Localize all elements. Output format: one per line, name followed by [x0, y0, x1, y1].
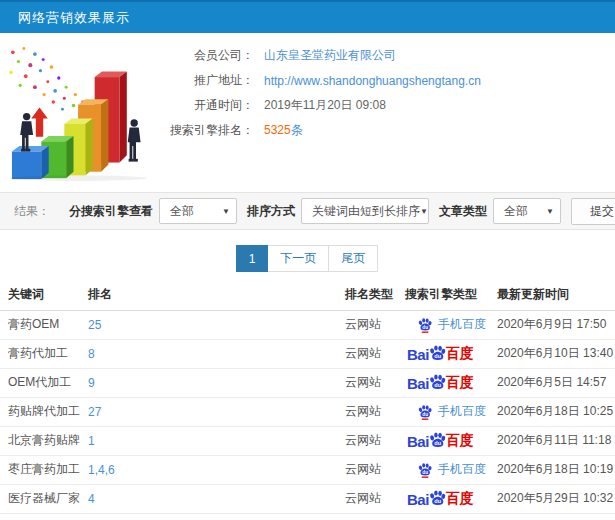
svg-text:du: du	[434, 498, 441, 504]
chevron-down-icon: ▼	[546, 207, 554, 216]
keyword-cell: 药贴牌代加工	[0, 397, 80, 426]
table-row: 膏药代加工8云网站Bai du 百度2020年6月10日 13:40	[0, 339, 615, 368]
marketing-chart-illustration	[0, 37, 170, 187]
keyword-cell: 膏药代加工	[0, 339, 80, 368]
svg-text:du: du	[422, 469, 428, 474]
rank-link[interactable]: 27	[88, 405, 101, 419]
rank-cell: 1	[80, 426, 337, 455]
baidu-paw-icon: du	[428, 344, 447, 363]
svg-text:du: du	[422, 411, 428, 416]
keyword-cell: OEM代加工	[0, 368, 80, 397]
rank-link[interactable]: 1,4,6	[88, 463, 115, 477]
rank-link[interactable]: 9	[88, 376, 95, 390]
info-row: 搜索引擎排名：5325条	[170, 118, 615, 143]
table-body: 膏药OEM25云网站 du 手机百度2020年6月9日 17:50膏药代加工8云…	[0, 310, 615, 520]
info-value: 2019年11月20日 09:08	[264, 97, 386, 114]
mobile-baidu-logo: du 手机百度	[417, 316, 486, 333]
rank-cell: 1,4,6	[80, 455, 337, 484]
engine-filter-label: 分搜索引擎查看	[69, 203, 153, 220]
engine-type-cell: Bai du 百度	[397, 339, 489, 368]
table-row: 医疗器械厂家4云网站Bai du 百度2020年5月29日 10:32	[0, 484, 615, 513]
column-header: 排名	[80, 284, 337, 310]
column-header: 最新更新时间	[489, 284, 615, 310]
mobile-baidu-logo: du 手机百度	[417, 461, 486, 478]
info-row: 开通时间：2019年11月20日 09:08	[170, 93, 615, 118]
confetti-dots	[9, 47, 88, 111]
rank-cell: 17	[80, 513, 337, 520]
rank-link[interactable]: 4	[88, 492, 95, 506]
submit-button[interactable]: 提交	[571, 198, 615, 225]
rank-type-cell: 云网站	[337, 310, 397, 339]
baidu-paw-icon: du	[428, 489, 447, 508]
result-label: 结果：	[14, 203, 50, 220]
updated-time-cell: 2020年6月5日 14:57	[489, 368, 615, 397]
rank-type-cell: 云网站	[337, 513, 397, 520]
baidu-logo-latin: Bai	[407, 491, 429, 508]
info-label: 推广地址：	[170, 72, 254, 89]
baidu-logo: Bai du 百度	[407, 431, 474, 450]
top-section: 会员公司：山东皇圣堂药业有限公司推广地址：http://www.shandong…	[0, 33, 615, 185]
updated-time-cell: 2020年6月18日 10:25	[489, 397, 615, 426]
engine-select-value: 全部	[170, 203, 194, 220]
table-row: 菏泽膏药厂家17云网站 du 手机百度2020年6月11日 11:40	[0, 513, 615, 520]
businessman-left	[20, 113, 33, 152]
baidu-paw-icon: du	[428, 373, 447, 392]
baidu-logo-latin: Bai	[407, 433, 429, 450]
rank-link[interactable]: 8	[88, 347, 95, 361]
updated-time-cell: 2020年6月9日 17:50	[489, 310, 615, 339]
engine-select[interactable]: 全部 ▼	[159, 198, 237, 224]
keyword-cell: 枣庄膏药加工	[0, 455, 80, 484]
updated-time-cell: 2020年6月10日 13:40	[489, 339, 615, 368]
businessman-right	[128, 119, 141, 161]
keyword-cell: 北京膏药贴牌	[0, 426, 80, 455]
column-header: 搜索引擎类型	[397, 284, 489, 310]
rank-type-cell: 云网站	[337, 455, 397, 484]
info-label: 搜索引擎排名：	[170, 122, 254, 139]
page-button-current[interactable]: 1	[236, 245, 269, 272]
baidu-paw-icon: du	[417, 462, 433, 478]
baidu-logo-cn: 百度	[446, 345, 474, 363]
engine-type-cell: du 手机百度	[397, 513, 489, 520]
info-value-link[interactable]: 山东皇圣堂药业有限公司	[264, 47, 396, 64]
filter-group: 分搜索引擎查看 全部 ▼ 排序方式 关键词由短到长排序 ▼ 文章类型 全部 ▼ …	[59, 198, 615, 225]
svg-text:du: du	[434, 353, 441, 359]
table-row: 膏药OEM25云网站 du 手机百度2020年6月9日 17:50	[0, 310, 615, 339]
page-title: 网络营销效果展示	[18, 9, 130, 27]
rank-link[interactable]: 25	[88, 318, 101, 332]
updated-time-cell: 2020年5月29日 10:32	[489, 484, 615, 513]
rank-link[interactable]: 1	[88, 434, 95, 448]
ranking-count: 5325	[264, 123, 291, 137]
mobile-baidu-logo: du 手机百度	[417, 403, 486, 420]
updated-time-cell: 2020年6月11日 11:40	[489, 513, 615, 520]
baidu-logo-cn: 百度	[446, 490, 474, 508]
column-header: 关键词	[0, 284, 80, 310]
svg-text:du: du	[422, 324, 428, 329]
sort-filter-label: 排序方式	[247, 203, 295, 220]
engine-type-cell: du 手机百度	[397, 455, 489, 484]
updated-time-cell: 2020年6月11日 11:18	[489, 426, 615, 455]
table-row: 枣庄膏药加工1,4,6云网站 du 手机百度2020年6月18日 10:19	[0, 455, 615, 484]
app-header: 网络营销效果展示	[0, 0, 615, 33]
info-value: 5325条	[264, 122, 303, 139]
last-page-button[interactable]: 尾页	[328, 245, 378, 272]
pagination: 1 下一页 尾页	[0, 245, 615, 272]
table-header-row: 关键词排名排名类型搜索引擎类型最新更新时间	[0, 284, 615, 310]
mobile-baidu-label: 手机百度	[438, 403, 486, 420]
updated-time-cell: 2020年6月18日 10:19	[489, 455, 615, 484]
rank-type-cell: 云网站	[337, 426, 397, 455]
rank-type-cell: 云网站	[337, 339, 397, 368]
rank-type-cell: 云网站	[337, 397, 397, 426]
keyword-rank-table: 关键词排名排名类型搜索引擎类型最新更新时间 膏药OEM25云网站 du 手机百度…	[0, 284, 615, 520]
keyword-cell: 医疗器械厂家	[0, 484, 80, 513]
next-page-button[interactable]: 下一页	[267, 245, 329, 272]
sort-select[interactable]: 关键词由短到长排序 ▼	[301, 198, 429, 224]
info-value-link[interactable]: http://www.shandonghuangshengtang.cn	[264, 74, 481, 88]
keyword-cell: 膏药OEM	[0, 310, 80, 339]
chevron-down-icon: ▼	[222, 207, 230, 216]
company-info-list: 会员公司：山东皇圣堂药业有限公司推广地址：http://www.shandong…	[170, 37, 615, 185]
baidu-paw-icon: du	[417, 404, 433, 420]
ranking-count-unit: 条	[291, 123, 303, 137]
rank-type-cell: 云网站	[337, 368, 397, 397]
baidu-logo-latin: Bai	[407, 375, 429, 392]
article-type-select[interactable]: 全部 ▼	[493, 198, 561, 224]
